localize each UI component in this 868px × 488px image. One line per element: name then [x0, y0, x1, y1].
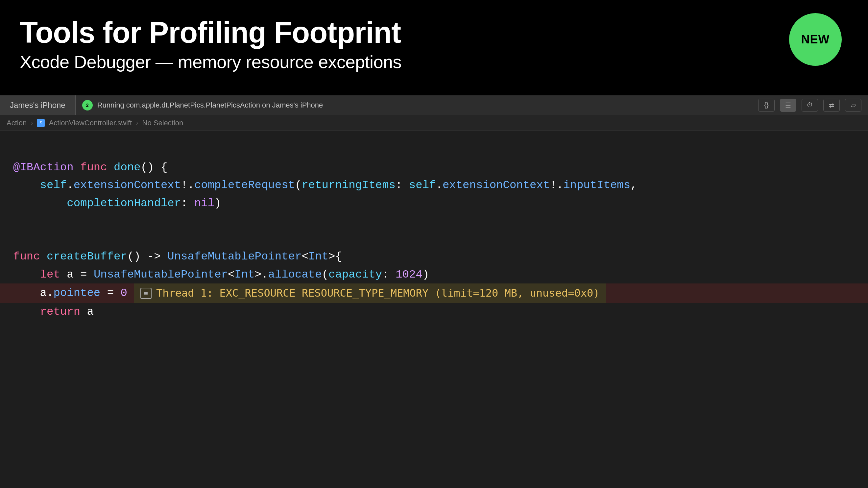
keyword-ibaction: @IBAction: [13, 158, 74, 176]
error-icon: ≡: [141, 288, 152, 299]
code-line-7: let a = UnsafeMutablePointer<Int>.alloca…: [0, 266, 868, 283]
code-line-2: self.extensionContext!.completeRequest(r…: [0, 176, 868, 194]
page-title: Tools for Profiling Footprint: [20, 17, 848, 49]
navigate-icon: ⇄: [829, 101, 834, 109]
split-icon: ▱: [851, 101, 856, 109]
debug-btn[interactable]: ⏱: [802, 99, 818, 112]
header-section: Tools for Profiling Footprint Xcode Debu…: [0, 0, 868, 82]
status-icon: 2: [82, 100, 93, 111]
toolbar-status: 2 Running com.apple.dt.PlanetPics.Planet…: [75, 100, 752, 111]
code-line-3: completionHandler: nil): [0, 194, 868, 212]
status-text: Running com.apple.dt.PlanetPics.PlanetPi…: [97, 101, 323, 110]
new-badge: NEW: [789, 13, 842, 66]
file-icon: S: [37, 119, 45, 127]
navigate-btn[interactable]: ⇄: [823, 99, 840, 112]
list-icon: ☰: [785, 101, 791, 109]
code-icon: {}: [764, 101, 768, 109]
list-view-btn[interactable]: ☰: [780, 99, 796, 112]
error-tooltip: ≡ Thread 1: EXC_RESOURCE RESOURCE_TYPE_M…: [134, 283, 606, 303]
code-line-6: func createBuffer() -> UnsafeMutablePoin…: [0, 248, 868, 265]
device-tab[interactable]: James's iPhone: [0, 95, 75, 115]
ide-panel: James's iPhone 2 Running com.apple.dt.Pl…: [0, 95, 868, 488]
code-line-9: return a: [0, 303, 868, 321]
split-btn[interactable]: ▱: [845, 99, 861, 112]
code-line-8-error: a.pointee = 0 ≡ Thread 1: EXC_RESOURCE R…: [0, 283, 868, 303]
spacer-line-3: [0, 230, 868, 248]
error-message: Thread 1: EXC_RESOURCE RESOURCE_TYPE_MEM…: [156, 285, 600, 302]
debug-icon: ⏱: [807, 101, 813, 109]
code-line-1: @IBAction func done() {: [0, 158, 868, 176]
toolbar-actions: {} ☰ ⏱ ⇄ ▱: [752, 99, 868, 112]
spacer-line-2: [0, 212, 868, 230]
breadcrumb-selection[interactable]: No Selection: [143, 119, 183, 127]
breadcrumb-file[interactable]: ActionViewController.swift: [49, 119, 132, 127]
breadcrumb-action[interactable]: Action: [7, 119, 27, 127]
page-subtitle: Xcode Debugger — memory resource excepti…: [20, 52, 848, 72]
breadcrumb: Action › S ActionViewController.swift › …: [0, 115, 868, 131]
code-editor[interactable]: @IBAction func done() { self.extensionCo…: [0, 131, 868, 331]
code-view-btn[interactable]: {}: [758, 99, 775, 112]
breadcrumb-sep-2: ›: [136, 119, 138, 127]
breadcrumb-sep-1: ›: [31, 119, 33, 127]
spacer-line-1: [0, 141, 868, 158]
ide-toolbar: James's iPhone 2 Running com.apple.dt.Pl…: [0, 95, 868, 115]
